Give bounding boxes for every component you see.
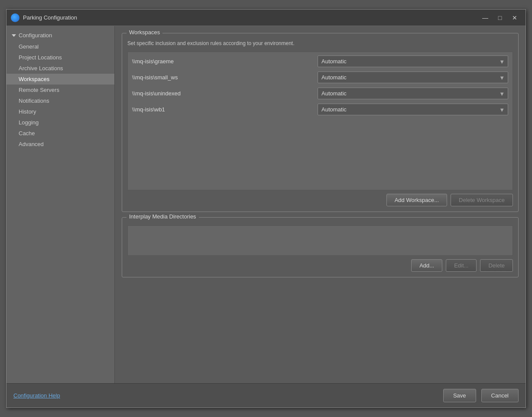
workspace-path-0: \\mq-isis\graeme [132, 58, 312, 65]
workspace-button-row: Add Workspace... Delete Workspace [127, 194, 513, 206]
workspace-list: \\mq-isis\graeme Automatic Included Excl… [127, 52, 513, 190]
workspace-dropdown-1[interactable]: Automatic Included Excluded ▼ [318, 72, 508, 83]
cancel-button[interactable]: Cancel [481, 389, 519, 402]
sidebar-item-workspaces[interactable]: Workspaces [6, 74, 114, 85]
close-button[interactable]: ✕ [508, 13, 521, 23]
sidebar: Configuration General Project Locations … [6, 26, 115, 383]
workspace-path-2: \\mq-isis\unindexed [132, 90, 312, 97]
table-row: \\mq-isis\wb1 Automatic Included Exclude… [130, 102, 511, 117]
minimize-button[interactable]: — [479, 13, 492, 23]
workspace-dropdown-0[interactable]: Automatic Included Excluded ▼ [318, 55, 508, 67]
table-row: \\mq-isis\unindexed Automatic Included E… [130, 86, 511, 101]
sidebar-section-label: Configuration [19, 32, 52, 39]
footer: Configuration Help Save Cancel [6, 383, 526, 407]
maximize-button[interactable]: □ [493, 13, 506, 23]
add-media-dir-button[interactable]: Add... [411, 259, 442, 272]
sidebar-item-logging[interactable]: Logging [6, 117, 114, 128]
sidebar-item-archive-locations[interactable]: Archive Locations [6, 63, 114, 74]
workspace-mode-select-1[interactable]: Automatic Included Excluded [318, 72, 508, 83]
sidebar-item-general[interactable]: General [6, 41, 114, 52]
delete-workspace-button[interactable]: Delete Workspace [451, 194, 513, 206]
workspace-mode-select-3[interactable]: Automatic Included Excluded [318, 104, 508, 115]
media-dir-button-row: Add... Edit... Delete [127, 259, 513, 272]
workspace-dropdown-2[interactable]: Automatic Included Excluded ▼ [318, 88, 508, 99]
workspaces-section-title: Workspaces [127, 29, 162, 36]
table-row: \\mq-isis\graeme Automatic Included Excl… [130, 54, 511, 69]
media-directories-section: Interplay Media Directories Add... Edit.… [122, 217, 519, 277]
window-title: Parking Configuration [23, 14, 479, 21]
sidebar-section-configuration[interactable]: Configuration [6, 29, 114, 41]
title-bar: Parking Configuration — □ ✕ [6, 10, 526, 26]
table-row: \\mq-isis\small_ws Automatic Included Ex… [130, 70, 511, 85]
save-button[interactable]: Save [443, 389, 476, 402]
sidebar-item-notifications[interactable]: Notifications [6, 95, 114, 106]
configuration-help-link[interactable]: Configuration Help [13, 392, 60, 399]
window-controls: — □ ✕ [479, 13, 521, 23]
workspaces-section: Workspaces Set specific inclusion and ex… [122, 33, 519, 212]
workspace-mode-select-2[interactable]: Automatic Included Excluded [318, 88, 508, 99]
workspaces-description: Set specific inclusion and exclusion rul… [127, 40, 513, 46]
workspace-dropdown-3[interactable]: Automatic Included Excluded ▼ [318, 104, 508, 115]
sidebar-item-history[interactable]: History [6, 106, 114, 117]
sidebar-item-project-locations[interactable]: Project Locations [6, 52, 114, 63]
media-directories-title: Interplay Media Directories [127, 213, 199, 220]
workspace-mode-select-0[interactable]: Automatic Included Excluded [318, 55, 508, 67]
delete-media-dir-button[interactable]: Delete [480, 259, 513, 272]
edit-media-dir-button[interactable]: Edit... [446, 259, 477, 272]
workspace-path-1: \\mq-isis\small_ws [132, 74, 312, 81]
media-directory-list [127, 225, 513, 256]
main-content: Configuration General Project Locations … [6, 26, 526, 383]
application-window: Parking Configuration — □ ✕ Configuratio… [6, 9, 526, 408]
app-icon [11, 13, 19, 22]
sidebar-item-cache[interactable]: Cache [6, 128, 114, 139]
sidebar-item-remote-servers[interactable]: Remote Servers [6, 85, 114, 95]
sidebar-item-advanced[interactable]: Advanced [6, 139, 114, 150]
content-area: Workspaces Set specific inclusion and ex… [115, 26, 526, 383]
collapse-icon [12, 34, 16, 37]
add-workspace-button[interactable]: Add Workspace... [386, 194, 447, 206]
workspace-path-3: \\mq-isis\wb1 [132, 106, 312, 113]
